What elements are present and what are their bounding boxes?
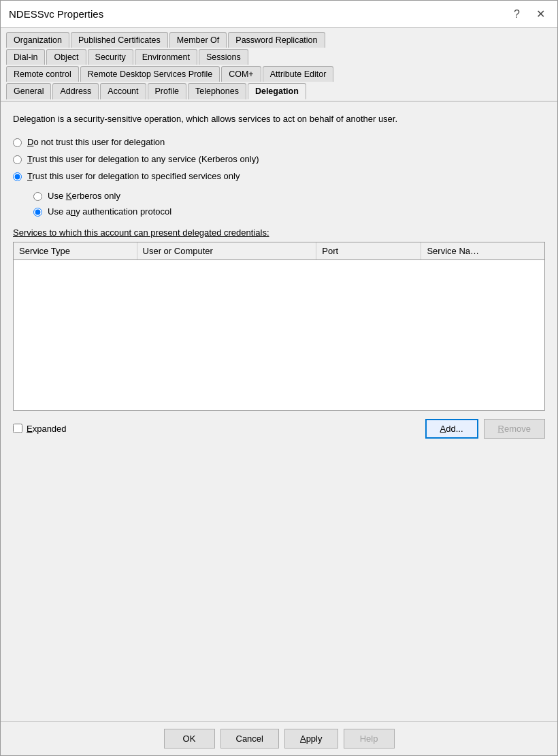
tab-remote-desktop-services-profile[interactable]: Remote Desktop Services Profile <box>80 66 220 82</box>
tab-row-4: General Address Account Profile Telephon… <box>6 83 552 99</box>
col-service-type: Service Type <box>14 242 137 259</box>
radio-kerberos-only[interactable]: Use Kerberos only <box>33 191 545 201</box>
bottom-controls-row: Expanded Add... Remove <box>13 419 545 439</box>
tab-profile[interactable]: Profile <box>148 83 186 99</box>
spacer <box>1 590 557 721</box>
radio-trust-specified-label: Trust this user for delegation to specif… <box>27 171 240 181</box>
tab-telephones[interactable]: Telephones <box>188 83 246 99</box>
tab-row-3: Remote control Remote Desktop Services P… <box>6 66 552 82</box>
expanded-label[interactable]: Expanded <box>27 424 67 434</box>
title-bar-right: ? ✕ <box>510 6 549 22</box>
radio-any-protocol-input[interactable] <box>33 208 42 217</box>
tab-row-2: Dial-in Object Security Environment Sess… <box>6 49 552 65</box>
table-header: Service Type User or Computer Port Servi… <box>14 242 544 260</box>
help-footer-button[interactable]: Help <box>344 729 395 749</box>
title-bar: NDESSvc Properties ? ✕ <box>1 1 557 28</box>
tab-address[interactable]: Address <box>52 83 99 99</box>
dialog-title: NDESSvc Properties <box>9 8 103 20</box>
tab-attribute-editor[interactable]: Attribute Editor <box>263 66 334 82</box>
col-port: Port <box>316 242 421 259</box>
cancel-button[interactable]: Cancel <box>220 729 279 749</box>
radio-kerberos-only-input[interactable] <box>33 192 42 201</box>
radio-trust-any-label: Trust this user for delegation to any se… <box>27 154 259 164</box>
services-label: Services to which this account can prese… <box>13 227 545 238</box>
apply-button[interactable]: Apply <box>284 729 338 749</box>
radio-trust-any[interactable]: Trust this user for delegation to any se… <box>13 154 545 164</box>
tab-com-plus[interactable]: COM+ <box>221 66 261 82</box>
col-user-computer: User or Computer <box>137 242 317 259</box>
radio-trust-any-input[interactable] <box>13 155 22 164</box>
delegation-radio-group: Do not trust this user for delegation Tr… <box>13 137 545 217</box>
tab-remote-control[interactable]: Remote control <box>6 66 79 82</box>
radio-any-protocol-label: Use any authentication protocol <box>48 206 171 217</box>
services-table: Service Type User or Computer Port Servi… <box>13 242 545 411</box>
table-body[interactable] <box>14 260 544 410</box>
close-title-button[interactable]: ✕ <box>532 6 549 22</box>
help-title-button[interactable]: ? <box>510 7 524 22</box>
radio-no-trust-input[interactable] <box>13 138 22 147</box>
title-bar-left: NDESSvc Properties <box>9 8 103 20</box>
tab-published-certificates[interactable]: Published Certificates <box>71 32 168 48</box>
radio-no-trust-label: Do not trust this user for delegation <box>27 137 165 147</box>
tab-organization[interactable]: Organization <box>6 32 69 48</box>
tab-sessions[interactable]: Sessions <box>199 49 248 65</box>
radio-any-protocol[interactable]: Use any authentication protocol <box>33 206 545 217</box>
radio-trust-specified-input[interactable] <box>13 172 22 181</box>
tab-security[interactable]: Security <box>88 49 133 65</box>
tab-general[interactable]: General <box>6 83 51 99</box>
col-service-name: Service Na… <box>421 242 544 259</box>
tab-dial-in[interactable]: Dial-in <box>6 49 45 65</box>
dialog-footer: OK Cancel Apply Help <box>1 721 557 755</box>
expanded-checkbox[interactable] <box>13 424 22 433</box>
tab-environment[interactable]: Environment <box>135 49 197 65</box>
expanded-checkbox-group: Expanded <box>13 424 67 434</box>
sub-radio-group: Use Kerberos only Use any authentication… <box>33 191 545 217</box>
tab-delegation[interactable]: Delegation <box>248 83 306 99</box>
delegation-description: Delegation is a security-sensitive opera… <box>13 112 545 126</box>
radio-no-trust[interactable]: Do not trust this user for delegation <box>13 137 545 147</box>
tab-object[interactable]: Object <box>46 49 86 65</box>
tab-member-of[interactable]: Member Of <box>169 32 227 48</box>
remove-button[interactable]: Remove <box>484 419 545 439</box>
tab-password-replication[interactable]: Password Replication <box>228 32 325 48</box>
tab-row-1: Organization Published Certificates Memb… <box>6 32 552 48</box>
tabs-container: Organization Published Certificates Memb… <box>1 28 557 101</box>
radio-kerberos-only-label: Use Kerberos only <box>48 191 120 201</box>
tab-content: Delegation is a security-sensitive opera… <box>1 101 557 590</box>
dialog-window: NDESSvc Properties ? ✕ Organization Publ… <box>0 0 558 756</box>
ok-button[interactable]: OK <box>164 729 215 749</box>
radio-trust-specified[interactable]: Trust this user for delegation to specif… <box>13 171 545 181</box>
tab-account[interactable]: Account <box>100 83 146 99</box>
add-button[interactable]: Add... <box>425 419 478 439</box>
action-buttons: Add... Remove <box>425 419 545 439</box>
